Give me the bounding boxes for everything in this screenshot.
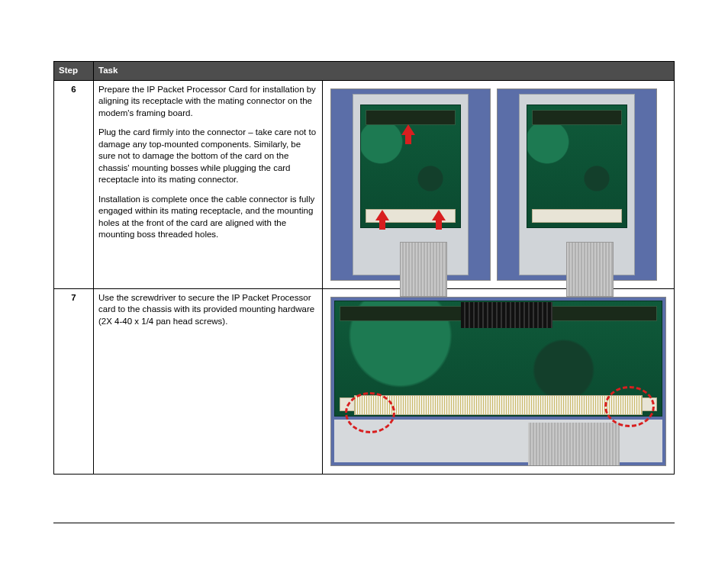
photo-align-card xyxy=(330,88,491,281)
steps-table: Step Task 6 Prepare the IP Packet Proces… xyxy=(53,61,675,475)
header-task: Task xyxy=(94,62,675,81)
arrow-up-icon xyxy=(401,124,415,144)
step-task-text: Prepare the IP Packet Processor Card for… xyxy=(94,80,323,288)
image-row xyxy=(327,84,669,285)
step-images xyxy=(323,288,675,474)
table-row: 6 Prepare the IP Packet Processor Card f… xyxy=(54,80,675,288)
step-images xyxy=(323,80,675,288)
step-number: 6 xyxy=(54,80,94,288)
photo-screw-locations xyxy=(330,297,666,466)
paragraph: Use the screwdriver to secure the IP Pac… xyxy=(98,292,317,328)
footer-divider xyxy=(53,523,675,523)
photo-card-seated xyxy=(497,88,657,281)
table-header-row: Step Task xyxy=(54,62,675,81)
paragraph: Plug the card firmly into the connector … xyxy=(98,127,317,186)
step-number: 7 xyxy=(54,288,94,474)
document-page: Step Task 6 Prepare the IP Packet Proces… xyxy=(0,0,728,563)
image-row xyxy=(327,292,669,471)
arrow-up-icon xyxy=(375,210,389,230)
header-step: Step xyxy=(54,62,94,81)
step-task-text: Use the screwdriver to secure the IP Pac… xyxy=(94,288,323,474)
highlight-circle-icon xyxy=(604,386,655,427)
paragraph: Prepare the IP Packet Processor Card for… xyxy=(98,84,317,120)
table-row: 7 Use the screwdriver to secure the IP P… xyxy=(54,288,675,474)
paragraph: Installation is complete once the cable … xyxy=(98,194,317,241)
highlight-circle-icon xyxy=(345,392,395,433)
arrow-up-icon xyxy=(432,210,446,230)
